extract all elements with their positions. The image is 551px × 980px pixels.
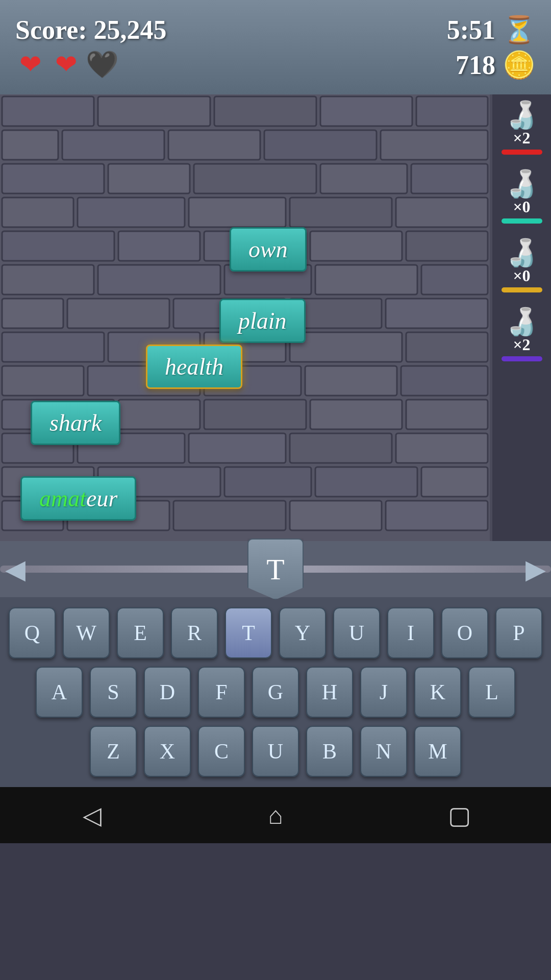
svg-rect-65 (386, 501, 488, 530)
svg-rect-55 (396, 433, 488, 463)
svg-rect-26 (2, 265, 94, 295)
key-c[interactable]: C (198, 726, 245, 777)
nav-bar: ◁ ⌂ ▢ (0, 787, 551, 843)
current-letter-tile: T (247, 538, 304, 600)
svg-rect-10 (381, 130, 488, 160)
key-r[interactable]: R (171, 607, 218, 658)
key-z[interactable]: Z (90, 726, 137, 777)
word-tile-own[interactable]: own (230, 227, 307, 272)
svg-rect-6 (2, 130, 58, 160)
hourglass-icon: ⏳ (503, 14, 536, 45)
word-tile-amateur[interactable]: amateur (20, 476, 136, 521)
key-s[interactable]: S (90, 667, 137, 718)
key-y[interactable]: Y (279, 607, 326, 658)
key-e[interactable]: E (117, 607, 164, 658)
nav-back-button[interactable]: ◁ (66, 790, 117, 841)
key-q[interactable]: Q (9, 607, 56, 658)
key-w[interactable]: W (63, 607, 110, 658)
svg-rect-4 (320, 96, 412, 126)
svg-rect-32 (67, 299, 169, 328)
potion-item-purple[interactable]: 🍶 ×2 (492, 306, 551, 364)
potion-count-purple: ×2 (513, 335, 530, 354)
svg-rect-41 (2, 366, 84, 396)
coins-row: 718 🪙 (456, 50, 536, 81)
word-tile-health[interactable]: health (146, 345, 242, 389)
key-b[interactable]: B (306, 726, 353, 777)
key-p[interactable]: P (495, 607, 542, 658)
game-area: own plain health shark amateur 🍶 ×2 🍶 ×0 (0, 94, 551, 541)
key-t[interactable]: T (225, 607, 272, 658)
keyboard-row-1: Q W E R T Y U I O P (9, 607, 542, 658)
life-2: ❤ (51, 49, 82, 80)
word-tile-shark[interactable]: shark (31, 401, 120, 445)
coin-icon: 🪙 (503, 50, 536, 81)
svg-rect-25 (406, 231, 488, 261)
key-a[interactable]: A (36, 667, 83, 718)
life-3: 🖤 (87, 49, 117, 80)
keyboard-row-2: A S D F G H J K L (36, 667, 515, 718)
svg-rect-18 (189, 198, 286, 227)
svg-rect-16 (2, 198, 73, 227)
coins-display: 718 (456, 50, 495, 80)
slider-arrow-right[interactable]: ▶ (525, 554, 546, 584)
potion-icon-red: 🍶 (505, 102, 538, 129)
key-u[interactable]: U (333, 607, 380, 658)
word-tile-plain[interactable]: plain (219, 299, 306, 343)
potion-item-red[interactable]: 🍶 ×2 (492, 100, 551, 157)
potion-bar-purple (502, 356, 542, 361)
key-n[interactable]: N (360, 726, 407, 777)
timer-row: 5:51 ⏳ (447, 14, 536, 45)
svg-rect-64 (290, 501, 382, 530)
header-right: 5:51 ⏳ 718 🪙 (447, 14, 536, 81)
svg-rect-30 (421, 265, 488, 295)
svg-rect-2 (98, 96, 210, 126)
key-u2[interactable]: U (252, 726, 299, 777)
svg-rect-59 (315, 467, 417, 497)
svg-rect-21 (2, 231, 114, 261)
key-i[interactable]: I (387, 607, 434, 658)
potion-item-yellow[interactable]: 🍶 ×0 (492, 237, 551, 295)
potion-icon-teal: 🍶 (505, 171, 538, 198)
nav-recents-button[interactable]: ▢ (434, 790, 485, 841)
svg-rect-22 (118, 231, 200, 261)
svg-rect-15 (411, 164, 488, 193)
slider-arrow-left[interactable]: ◀ (5, 554, 26, 584)
score-display: Score: 25,245 (15, 15, 167, 45)
key-j[interactable]: J (360, 667, 407, 718)
svg-rect-54 (290, 433, 392, 463)
svg-rect-9 (264, 130, 377, 160)
key-d[interactable]: D (144, 667, 191, 718)
svg-rect-11 (2, 164, 104, 193)
key-l[interactable]: L (468, 667, 515, 718)
svg-rect-53 (189, 433, 286, 463)
header-left: Score: 25,245 ❤ ❤ 🖤 (15, 15, 167, 80)
key-k[interactable]: K (414, 667, 461, 718)
key-m[interactable]: M (414, 726, 461, 777)
key-o[interactable]: O (441, 607, 488, 658)
svg-rect-49 (310, 400, 402, 429)
key-g[interactable]: G (252, 667, 299, 718)
life-1: ❤ (15, 49, 46, 80)
svg-rect-39 (290, 332, 402, 362)
svg-rect-17 (78, 198, 185, 227)
key-f[interactable]: F (198, 667, 245, 718)
key-h[interactable]: H (306, 667, 353, 718)
svg-rect-5 (416, 96, 488, 126)
svg-rect-1 (2, 96, 94, 126)
svg-rect-48 (204, 400, 306, 429)
svg-rect-3 (214, 96, 316, 126)
svg-rect-35 (386, 299, 488, 328)
nav-home-button[interactable]: ⌂ (250, 790, 301, 841)
svg-rect-44 (305, 366, 397, 396)
potion-count-yellow: ×0 (513, 266, 530, 285)
svg-rect-40 (406, 332, 488, 362)
game-header: Score: 25,245 ❤ ❤ 🖤 5:51 ⏳ 718 🪙 (0, 0, 551, 94)
svg-rect-24 (310, 231, 402, 261)
lives-row: ❤ ❤ 🖤 (15, 49, 167, 80)
potion-item-teal[interactable]: 🍶 ×0 (492, 168, 551, 226)
key-x[interactable]: X (144, 726, 191, 777)
amateur-white-suffix: eur (86, 485, 117, 511)
svg-rect-19 (290, 198, 392, 227)
svg-rect-63 (173, 501, 286, 530)
svg-rect-13 (194, 164, 316, 193)
